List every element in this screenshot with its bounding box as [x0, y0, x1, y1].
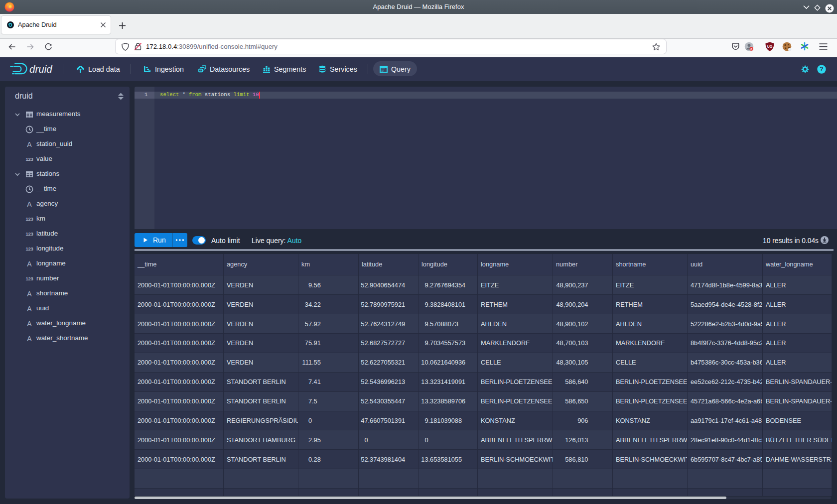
svg-text:UO: UO [767, 45, 773, 48]
svg-text:?: ? [820, 66, 823, 73]
